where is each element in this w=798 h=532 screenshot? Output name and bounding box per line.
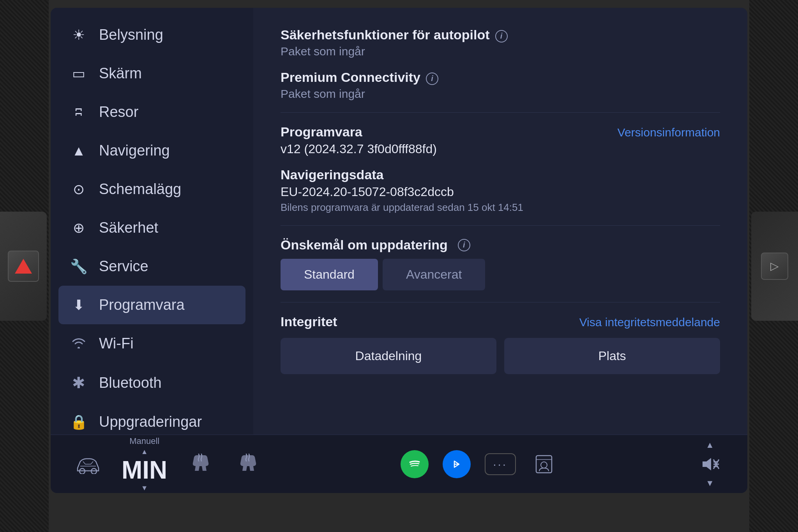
trips-icon: ʭ [70, 104, 87, 120]
version-info-link[interactable]: Versionsinformation [618, 126, 720, 139]
car-frame: ▷ ☀ Belysning ▭ Skärm ʭ Resor ▲ [0, 0, 798, 532]
download-icon: ⬇ [70, 297, 87, 313]
sidebar-item-sakerhet[interactable]: ⊕ Säkerhet [51, 209, 253, 247]
svg-point-2 [406, 456, 423, 473]
hazard-triangle-icon [15, 259, 32, 274]
update-pref-info-icon[interactable]: i [458, 239, 470, 251]
integritet-section: Integritet Visa integritetsmeddelande Da… [281, 314, 720, 374]
divider-2 [281, 225, 720, 226]
volume-icon[interactable] [696, 450, 724, 478]
bluetooth-icon: ✱ [70, 374, 87, 392]
integrity-buttons: Datadelning Plats [281, 338, 720, 374]
update-toggle-group: Standard Avancerat [281, 259, 720, 290]
sidebar-item-resor[interactable]: ʭ Resor [51, 93, 253, 131]
divider-3 [281, 302, 720, 302]
programvara-label: Programvara [281, 124, 362, 140]
sidebar-item-uppgraderingar[interactable]: 🔒 Uppgraderingar [51, 403, 253, 435]
divider-1 [281, 112, 720, 113]
right-button-area: ▷ [751, 212, 798, 321]
sidebar-item-skarm[interactable]: ▭ Skärm [51, 54, 253, 93]
premium-connectivity-subtitle: Paket som ingår [281, 87, 720, 101]
standard-button[interactable]: Standard [281, 259, 378, 290]
navigeringsdata-section: Navigeringsdata EU-2024.20-15072-08f3c2d… [281, 167, 720, 214]
spotify-icon[interactable] [401, 450, 429, 478]
taskbar-center-icons: ··· [401, 450, 558, 478]
update-preference-section: Önskemål om uppdatering i Standard Avanc… [281, 237, 720, 290]
sidebar-item-service[interactable]: 🔧 Service [51, 247, 253, 286]
lock-icon: 🔒 [70, 414, 87, 430]
safety-icon: ⊕ [70, 220, 87, 236]
premium-connectivity-info-icon[interactable]: i [426, 72, 438, 85]
wifi-icon [70, 336, 87, 352]
wrench-icon: 🔧 [70, 258, 87, 275]
integritet-label: Integritet [281, 314, 337, 329]
nav-icon: ▲ [70, 143, 87, 159]
autopilot-subtitle: Paket som ingår [281, 45, 720, 58]
svg-point-6 [541, 462, 547, 468]
car-icon[interactable] [74, 450, 102, 478]
autopilot-section: Säkerhetsfunktioner för autopilot i Pake… [281, 27, 720, 58]
climate-section: Manuell ▲ MIN ▼ [122, 436, 167, 492]
sidebar-item-bluetooth[interactable]: ✱ Bluetooth [51, 363, 253, 403]
heated-seat-left-icon[interactable] [187, 450, 215, 478]
navigeringsdata-label: Navigeringsdata [281, 167, 720, 182]
heated-seat-right-icon[interactable] [234, 450, 262, 478]
contacts-icon[interactable] [530, 450, 558, 478]
hazard-button[interactable] [8, 251, 39, 282]
taskbar-left: Manuell ▲ MIN ▼ [74, 436, 262, 492]
more-icon[interactable]: ··· [485, 453, 516, 475]
volume-section: ▲ ▼ [696, 440, 724, 488]
main-screen: ☀ Belysning ▭ Skärm ʭ Resor ▲ Navigering… [51, 8, 747, 493]
datadelning-button[interactable]: Datadelning [281, 338, 496, 374]
premium-connectivity-section: Premium Connectivity i Paket som ingår [281, 70, 720, 101]
climate-label: Manuell [129, 436, 159, 446]
sun-icon: ☀ [70, 27, 87, 43]
right-arrow-button[interactable]: ▷ [761, 253, 788, 280]
navigeringsdata-value: EU-2024.20-15072-08f3c2dccb [281, 185, 720, 199]
sidebar-item-belysning[interactable]: ☀ Belysning [51, 16, 253, 54]
sidebar-item-schemalägg[interactable]: ⊙ Schemalägg [51, 170, 253, 209]
sidebar-item-programvara[interactable]: ⬇ Programvara [58, 286, 245, 324]
main-content: Säkerhetsfunktioner för autopilot i Pake… [253, 8, 747, 435]
avancerat-button[interactable]: Avancerat [383, 259, 486, 290]
climate-value: MIN [122, 458, 167, 483]
screen-icon: ▭ [70, 65, 87, 82]
plats-button[interactable]: Plats [504, 338, 720, 374]
update-pref-label: Önskemål om uppdatering [281, 237, 448, 253]
programvara-version: v12 (2024.32.7 3f0d0fff88fd) [281, 142, 720, 156]
autopilot-info-icon[interactable]: i [495, 30, 508, 42]
update-note: Bilens programvara är uppdaterad sedan 1… [281, 201, 720, 214]
left-hazard-area [0, 212, 47, 321]
sidebar-item-wifi[interactable]: Wi-Fi [51, 324, 253, 363]
content-area: ☀ Belysning ▭ Skärm ʭ Resor ▲ Navigering… [51, 8, 747, 435]
autopilot-title: Säkerhetsfunktioner för autopilot [281, 27, 490, 42]
taskbar-right: ▲ ▼ [696, 440, 724, 488]
privacy-notice-link[interactable]: Visa integritetsmeddelande [579, 316, 720, 329]
taskbar: Manuell ▲ MIN ▼ [51, 435, 747, 493]
schedule-icon: ⊙ [70, 181, 87, 198]
svg-rect-4 [536, 456, 552, 473]
programvara-section: Programvara Versionsinformation v12 (202… [281, 124, 720, 156]
premium-connectivity-title: Premium Connectivity [281, 70, 420, 85]
sidebar: ☀ Belysning ▭ Skärm ʭ Resor ▲ Navigering… [51, 8, 253, 435]
sidebar-item-navigering[interactable]: ▲ Navigering [51, 131, 253, 170]
bluetooth-taskbar-icon[interactable] [443, 450, 471, 478]
